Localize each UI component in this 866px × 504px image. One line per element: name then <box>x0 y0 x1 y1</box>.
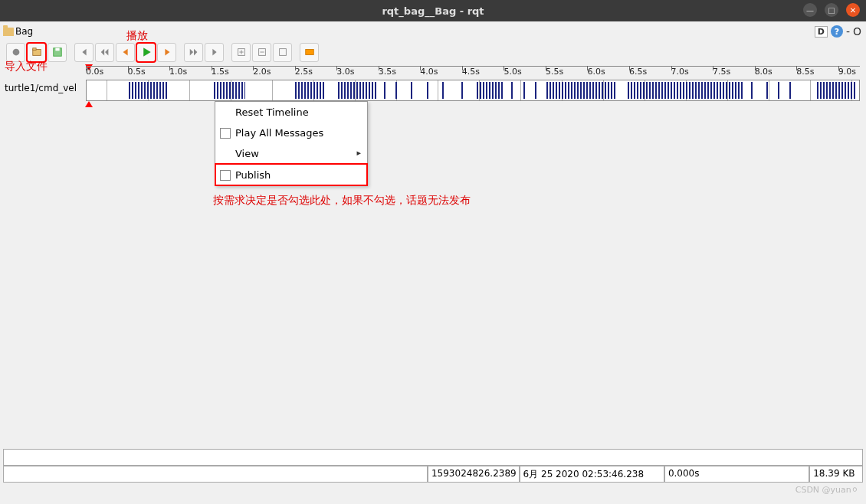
window-title: rqt_bag__Bag - rqt <box>382 5 484 17</box>
tick: 5.0s <box>504 67 521 77</box>
bag-text: Bag <box>15 26 33 37</box>
message-burst <box>628 82 743 99</box>
tick: 8.0s <box>755 67 773 77</box>
message-tick <box>384 82 385 99</box>
message-tick <box>511 82 513 99</box>
status-datetime: 6月 25 2020 02:53:46.238 <box>520 466 664 483</box>
menu-view[interactable]: View <box>215 143 367 164</box>
svg-rect-4 <box>55 48 59 51</box>
tick: 2.0s <box>253 67 271 77</box>
skip-start-button[interactable] <box>74 43 93 62</box>
step-back-button[interactable] <box>116 43 135 62</box>
tick: 8.5s <box>796 67 814 77</box>
svg-point-0 <box>12 49 19 56</box>
annotation-play: 播放 <box>126 29 148 43</box>
status-empty <box>3 466 428 483</box>
zoom-in-button[interactable] <box>231 43 251 62</box>
message-burst <box>129 82 167 99</box>
rewind-button[interactable] <box>95 43 114 62</box>
message-burst <box>477 82 504 99</box>
tick: 4.0s <box>420 67 438 77</box>
message-burst <box>214 82 244 99</box>
open-file-button[interactable] <box>27 43 46 62</box>
tick: 6.5s <box>629 67 647 77</box>
help-icon[interactable]: ? <box>831 25 843 38</box>
minimize-button[interactable]: — <box>803 3 817 17</box>
status-timestamp: 1593024826.2389 <box>428 466 520 483</box>
d-badge[interactable]: D <box>815 26 828 38</box>
save-button[interactable] <box>48 43 67 62</box>
watermark: CSDN @yuan⚪ <box>795 485 858 495</box>
o-icon[interactable]: O <box>853 25 861 38</box>
message-burst <box>338 82 376 99</box>
tick: 6.0s <box>587 67 605 77</box>
zoom-out-button[interactable] <box>252 43 271 62</box>
menu-publish[interactable]: Publish <box>215 164 367 185</box>
folder-icon <box>3 28 14 36</box>
title-bar: rqt_bag__Bag - rqt — □ ✕ <box>0 0 866 21</box>
message-burst <box>817 82 855 99</box>
message-tick <box>442 82 444 99</box>
message-tick <box>751 82 753 99</box>
message-tick <box>789 82 791 99</box>
message-tick <box>523 82 525 99</box>
tick: 9.0s <box>838 67 856 77</box>
topic-label: turtle1/cmd_vel <box>5 83 77 93</box>
message-tick <box>395 82 397 99</box>
fast-forward-button[interactable] <box>184 43 203 62</box>
step-forward-button[interactable] <box>157 43 176 62</box>
time-ruler[interactable]: 0.0s 0.5s 1.0s 1.5s 2.0s 2.5s 3.0s 3.5s … <box>86 66 860 80</box>
tick: 3.5s <box>379 67 396 77</box>
grid-overlay <box>87 80 859 100</box>
message-tick <box>778 82 779 99</box>
tick: 7.0s <box>671 67 689 77</box>
svg-rect-7 <box>279 49 286 56</box>
tick: 0.0s <box>86 67 103 77</box>
menu-reset-timeline[interactable]: Reset Timeline <box>215 102 367 123</box>
skip-end-button[interactable] <box>205 43 224 62</box>
tick: 1.5s <box>212 67 229 77</box>
main-content: Bag D ? - O 播放 导入文件 0.0s <box>0 21 866 504</box>
empty-panel <box>3 449 863 466</box>
record-button[interactable] <box>6 43 25 62</box>
playhead-bottom[interactable] <box>85 101 93 107</box>
tick: 4.5s <box>462 67 480 77</box>
annotation-publish: 按需求决定是否勾选此处，如果不勾选，话题无法发布 <box>213 194 471 208</box>
menu-play-all[interactable]: Play All Messages <box>215 123 367 143</box>
context-menu: Reset Timeline Play All Messages View Pu… <box>215 101 368 186</box>
maximize-button[interactable]: □ <box>825 3 838 17</box>
message-tick <box>427 82 428 99</box>
timeline-area[interactable]: 0.0s 0.5s 1.0s 1.5s 2.0s 2.5s 3.0s 3.5s … <box>3 66 863 112</box>
message-tick <box>461 82 463 99</box>
tick: 0.5s <box>128 67 146 77</box>
message-burst <box>546 82 616 99</box>
window-controls: — □ ✕ <box>803 3 860 17</box>
svg-rect-8 <box>305 50 313 55</box>
message-track[interactable] <box>86 80 860 101</box>
bag-label: Bag <box>3 26 33 37</box>
playback-toolbar <box>3 40 863 64</box>
thumbnail-button[interactable] <box>300 43 319 62</box>
tick: 1.0s <box>169 67 187 77</box>
zoom-fit-button[interactable] <box>273 43 292 62</box>
tick: 7.5s <box>713 67 730 77</box>
tick: 5.5s <box>546 67 563 77</box>
message-tick <box>766 82 768 99</box>
toolbar-right: D ? - O <box>815 25 863 38</box>
status-elapsed: 0.000s <box>664 466 809 483</box>
message-burst <box>295 82 326 99</box>
message-tick <box>411 82 412 99</box>
status-bar: 1593024826.2389 6月 25 2020 02:53:46.238 … <box>3 466 863 483</box>
message-tick <box>535 82 536 99</box>
svg-rect-2 <box>32 48 35 51</box>
close-button[interactable]: ✕ <box>846 3 860 17</box>
play-button[interactable] <box>136 43 156 62</box>
minus-icon[interactable]: - <box>846 25 850 38</box>
status-filesize: 18.39 KB <box>809 466 863 483</box>
tick: 3.0s <box>336 67 354 77</box>
tick: 2.5s <box>295 67 313 77</box>
